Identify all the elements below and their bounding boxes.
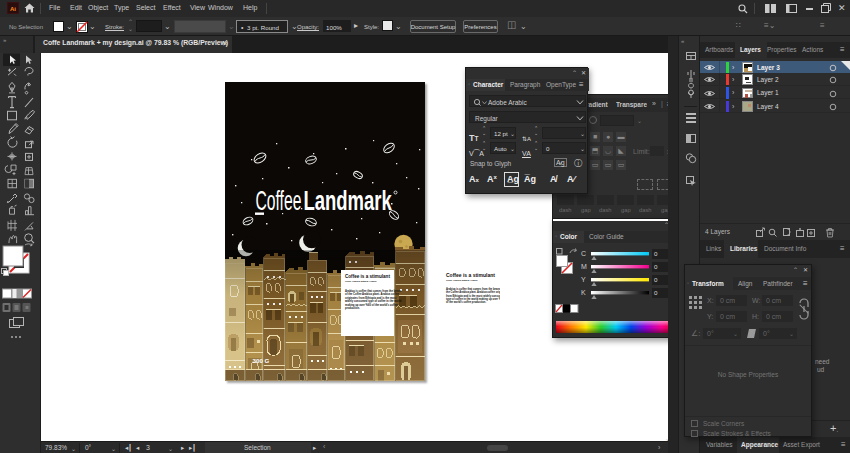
- svg-text:Coffee: Coffee: [255, 186, 301, 217]
- svg-text:Coffee is a stimulant: Coffee is a stimulant: [345, 274, 390, 279]
- svg-text:300 G: 300 G: [253, 357, 270, 364]
- svg-text:of the world's coffee producti: of the world's coffee production.: [446, 300, 486, 304]
- svg-text:Coffee is a stimulant: Coffee is a stimulant: [446, 272, 495, 278]
- svg-text:%100 Arabica Natural Yemen: %100 Arabica Natural Yemen: [446, 279, 478, 281]
- svg-text:of the Coffee Arabica plant. A: of the Coffee Arabica plant. Arabica cof…: [345, 292, 400, 296]
- svg-text:Arabica is coffee that comes f: Arabica is coffee that comes from the be…: [345, 289, 402, 293]
- svg-text:originates from Ethiopia and i: originates from Ethiopia and is the most: [345, 296, 396, 300]
- svg-text:production.: production.: [345, 306, 360, 310]
- svg-text:Landmark: Landmark: [303, 185, 391, 215]
- svg-text:%100 Arabica Natural Yemen: %100 Arabica Natural Yemen: [345, 280, 377, 282]
- svg-text:making up over %60 of the worl: making up over %60 of the world's coffee: [345, 303, 398, 307]
- svg-text:widely consumed type of coffee: widely consumed type of coffee in the wo…: [344, 299, 402, 303]
